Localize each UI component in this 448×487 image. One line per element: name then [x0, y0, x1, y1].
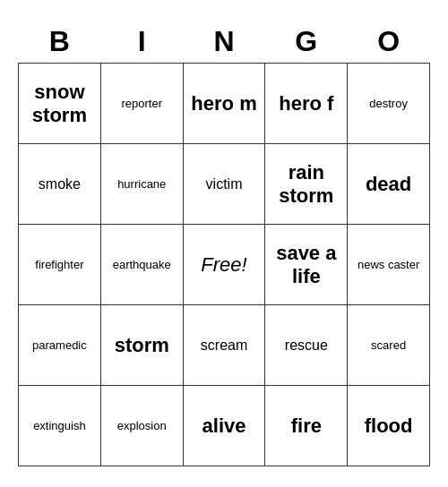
- cell-r4-c2: alive: [183, 386, 265, 466]
- header-col-n: N: [183, 21, 265, 64]
- table-row: extinguishexplosionalivefireflood: [19, 386, 430, 466]
- table-row: snow stormreporterhero mhero fdestroy: [19, 64, 430, 144]
- cell-r4-c3: fire: [265, 386, 348, 466]
- cell-r1-c2: victim: [183, 144, 265, 225]
- cell-r3-c2: scream: [183, 305, 265, 386]
- cell-r0-c2: hero m: [183, 64, 265, 144]
- header-col-g: G: [265, 21, 348, 64]
- cell-r2-c4: news caster: [348, 225, 430, 305]
- cell-r2-c3: save a life: [265, 225, 348, 305]
- cell-r4-c1: explosion: [100, 386, 183, 466]
- cell-r3-c1: storm: [100, 305, 183, 386]
- cell-r3-c3: rescue: [265, 305, 348, 386]
- cell-r2-c0: firefighter: [19, 225, 101, 305]
- cell-r2-c1: earthquake: [100, 225, 183, 305]
- cell-r1-c1: hurricane: [100, 144, 183, 225]
- cell-r4-c0: extinguish: [19, 386, 101, 466]
- cell-r1-c3: rain storm: [265, 144, 348, 225]
- table-row: paramedicstormscreamrescuescared: [19, 305, 430, 386]
- header-col-b: B: [19, 21, 101, 64]
- cell-r3-c0: paramedic: [19, 305, 101, 386]
- cell-r2-c2: Free!: [183, 225, 265, 305]
- table-row: smokehurricanevictimrain stormdead: [19, 144, 430, 225]
- header-col-i: I: [100, 21, 183, 64]
- cell-r0-c3: hero f: [265, 64, 348, 144]
- cell-r0-c1: reporter: [100, 64, 183, 144]
- cell-r1-c4: dead: [348, 144, 430, 225]
- cell-r3-c4: scared: [348, 305, 430, 386]
- cell-r4-c4: flood: [348, 386, 430, 466]
- cell-r0-c0: snow storm: [19, 64, 101, 144]
- cell-r1-c0: smoke: [19, 144, 101, 225]
- table-row: firefighterearthquakeFree!save a lifenew…: [19, 225, 430, 305]
- header-row: BINGO: [19, 21, 430, 64]
- bingo-card: BINGO snow stormreporterhero mhero fdest…: [18, 21, 430, 467]
- cell-r0-c4: destroy: [348, 64, 430, 144]
- header-col-o: O: [348, 21, 430, 64]
